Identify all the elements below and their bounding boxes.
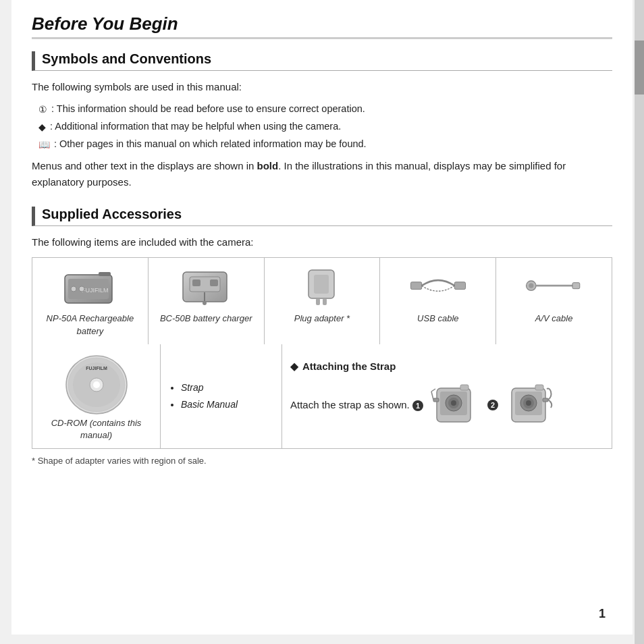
info-icon: ①	[38, 102, 47, 118]
accessories-intro: The following items are included with th…	[32, 234, 612, 250]
battery-svg: FUJIFILM	[61, 267, 119, 307]
usb-image	[408, 265, 468, 308]
accessory-cdrom: FUJIFILM CD-ROM (contains this manual)	[32, 344, 161, 448]
svg-rect-17	[454, 282, 465, 290]
ref-icon: 📖	[38, 137, 50, 153]
note-bold: bold	[257, 160, 279, 171]
strap-item: Strap	[181, 379, 238, 396]
svg-text:FUJIFILM: FUJIFILM	[86, 366, 107, 371]
symbol-item-2: ◆ : Additional information that may be h…	[38, 118, 612, 136]
plug-svg	[296, 267, 347, 307]
svg-rect-16	[410, 282, 421, 290]
accessory-av: A/V cable	[496, 258, 612, 344]
plug-image	[292, 265, 352, 308]
symbol-item-3: 📖 : Other pages in this manual on which …	[38, 136, 612, 153]
manual-item: Basic Manual	[181, 396, 238, 413]
av-svg	[524, 267, 585, 307]
plug-label: Plug adapter *	[294, 313, 350, 325]
accessory-charger: BC-50B battery charger	[149, 258, 265, 344]
symbol-item-1: ① : This information should be read befo…	[38, 101, 612, 118]
svg-rect-35	[433, 398, 439, 402]
accessory-battery: FUJIFILM NP-50A Rechargeable battery	[32, 258, 149, 344]
camera2-svg	[505, 378, 556, 432]
accessories-grid: FUJIFILM NP-50A Rechargeable battery	[32, 257, 612, 344]
camera1-svg	[430, 378, 481, 432]
charger-label: BC-50B battery charger	[160, 313, 252, 325]
cd-svg: FUJIFILM	[63, 351, 130, 415]
av-label: A/V cable	[535, 313, 573, 325]
note-plain: Menus and other text in the displays are…	[32, 160, 257, 171]
svg-rect-2	[99, 272, 111, 276]
svg-rect-43	[535, 385, 543, 390]
symbol-text-2: : Additional information that may be hel…	[50, 118, 341, 135]
svg-rect-44	[543, 398, 548, 402]
cdrom-label: CD-ROM (contains this manual)	[41, 417, 152, 441]
svg-text:FUJIFILM: FUJIFILM	[82, 287, 109, 294]
svg-point-33	[451, 400, 456, 406]
svg-line-37	[431, 389, 435, 392]
usb-label: USB cable	[417, 313, 458, 325]
svg-rect-21	[572, 283, 580, 289]
attaching-strap-section: ◆ Attaching the Strap Attach the strap a…	[282, 344, 612, 448]
svg-line-36	[431, 392, 433, 400]
tip-icon: ◆	[38, 119, 46, 136]
battery-label: NP-50A Rechargeable battery	[38, 313, 142, 337]
av-image	[524, 265, 585, 308]
strap-icon: ◆	[290, 360, 298, 373]
step-2-badge: 2	[487, 400, 498, 410]
accessories-heading: Supplied Accessories	[32, 207, 612, 226]
scrollbar[interactable]	[635, 0, 644, 644]
symbols-section: Symbols and Conventions The following sy…	[32, 51, 612, 190]
page-title: Before You Begin	[32, 14, 612, 39]
attaching-body: Attach the strap as shown. 1	[290, 398, 423, 413]
svg-point-5	[79, 286, 84, 292]
svg-rect-15	[323, 298, 327, 305]
accessory-plug: Plug adapter *	[265, 258, 381, 344]
svg-point-26	[93, 381, 100, 388]
charger-svg	[178, 267, 235, 307]
battery-image: FUJIFILM	[59, 265, 120, 308]
footnote: * Shape of adapter varies with region of…	[32, 456, 612, 466]
svg-rect-8	[192, 279, 200, 286]
svg-rect-13	[314, 275, 329, 294]
accessories-bottom-row: FUJIFILM CD-ROM (contains this manual) S…	[32, 344, 612, 449]
usb-svg	[408, 267, 468, 307]
page-content: Before You Begin Symbols and Conventions…	[11, 0, 633, 635]
charger-image	[176, 265, 236, 308]
symbol-list: ① : This information should be read befo…	[38, 101, 612, 153]
symbol-text-1: : This information should be read before…	[51, 101, 365, 117]
cd-image: FUJIFILM	[63, 351, 130, 417]
strap-list: Strap Basic Manual	[181, 379, 238, 413]
svg-point-42	[526, 400, 531, 406]
svg-rect-9	[210, 279, 218, 286]
symbols-intro: The following symbols are used in this m…	[32, 79, 612, 95]
accessories-section: Supplied Accessories The following items…	[32, 207, 612, 466]
attaching-title: ◆ Attaching the Strap	[290, 360, 396, 373]
accessory-usb: USB cable	[380, 258, 496, 344]
symbol-text-3: : Other pages in this manual on which re…	[54, 136, 367, 153]
svg-point-19	[529, 283, 533, 288]
page-number: 1	[599, 607, 606, 621]
svg-rect-14	[316, 298, 320, 305]
accessory-strap: Strap Basic Manual	[161, 344, 282, 448]
symbols-note: Menus and other text in the displays are…	[32, 158, 612, 190]
scrollbar-thumb[interactable]	[635, 41, 644, 95]
svg-rect-34	[460, 385, 468, 390]
step-1-badge: 1	[412, 400, 423, 411]
svg-point-11	[203, 301, 207, 305]
symbols-heading: Symbols and Conventions	[32, 51, 612, 71]
svg-point-4	[71, 286, 76, 292]
